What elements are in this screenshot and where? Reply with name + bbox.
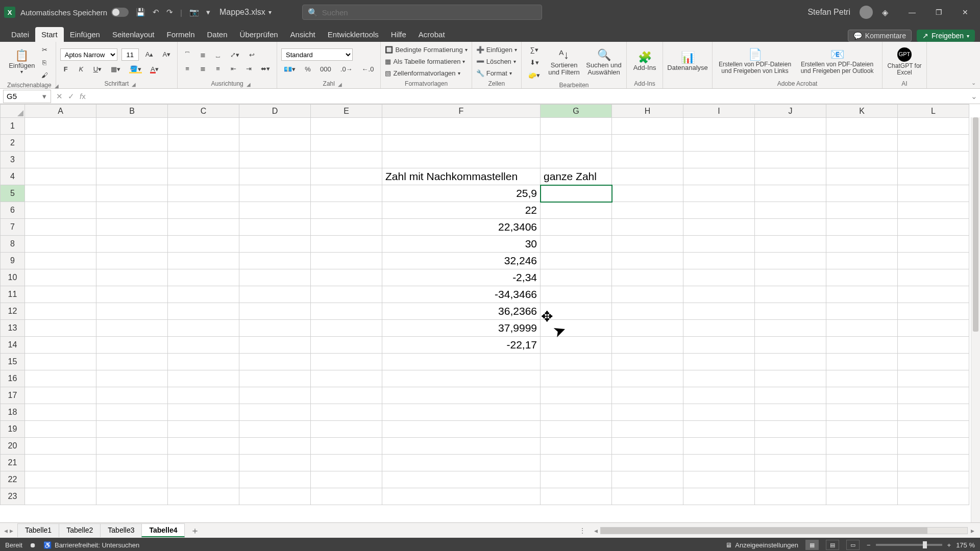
- view-page-break-button[interactable]: ▭: [846, 540, 860, 550]
- zoom-out-button[interactable]: −: [867, 541, 871, 549]
- cell-F3[interactable]: [382, 152, 541, 168]
- hscroll-right-button[interactable]: ▸: [968, 527, 977, 535]
- cell-D8[interactable]: [239, 236, 311, 253]
- cell-G7[interactable]: [541, 219, 612, 236]
- user-avatar[interactable]: [860, 6, 873, 19]
- cell-G19[interactable]: [541, 421, 612, 438]
- cell-I4[interactable]: [683, 168, 755, 185]
- format-cells-button[interactable]: 🔧Format ▾: [476, 68, 517, 79]
- cell-H23[interactable]: [612, 488, 683, 505]
- cell-G2[interactable]: [541, 135, 612, 152]
- select-all-corner[interactable]: [1, 105, 25, 118]
- cell-B22[interactable]: [96, 471, 168, 488]
- camera-icon[interactable]: 📷: [189, 8, 199, 17]
- format-as-table-button[interactable]: ▦Als Tabelle formatieren ▾: [385, 57, 467, 67]
- cell-J20[interactable]: [755, 438, 826, 455]
- row-header-21[interactable]: 21: [1, 455, 25, 471]
- view-normal-button[interactable]: ▦: [805, 540, 819, 550]
- cell-L21[interactable]: [898, 455, 969, 471]
- dialog-launcher-icon[interactable]: ◢: [247, 80, 251, 89]
- scrollbar-thumb[interactable]: [601, 528, 927, 534]
- menu-tab-formeln[interactable]: Formeln: [161, 27, 201, 42]
- cell-C17[interactable]: [168, 387, 239, 404]
- cell-B1[interactable]: [96, 118, 168, 135]
- cell-H3[interactable]: [612, 152, 683, 168]
- cell-L10[interactable]: [898, 269, 969, 286]
- cell-F8[interactable]: 30: [382, 236, 541, 253]
- cell-C9[interactable]: [168, 253, 239, 269]
- pdf-share-outlook-button[interactable]: 📧 Erstellen von PDF-Dateien und Freigebe…: [796, 45, 878, 79]
- cell-I18[interactable]: [683, 404, 755, 421]
- redo-icon[interactable]: ↷: [166, 8, 173, 17]
- cell-B18[interactable]: [96, 404, 168, 421]
- cell-G20[interactable]: [541, 438, 612, 455]
- search-input[interactable]: [322, 8, 536, 17]
- cell-H16[interactable]: [612, 370, 683, 387]
- cell-D6[interactable]: [239, 202, 311, 219]
- cell-E4[interactable]: [311, 168, 382, 185]
- cell-H14[interactable]: [612, 337, 683, 354]
- cell-B4[interactable]: [96, 168, 168, 185]
- cell-L11[interactable]: [898, 286, 969, 303]
- cell-I5[interactable]: [683, 185, 755, 202]
- cell-D7[interactable]: [239, 219, 311, 236]
- merge-button[interactable]: ⬌▾: [258, 63, 273, 74]
- cell-F22[interactable]: [382, 471, 541, 488]
- cell-F11[interactable]: -34,3466: [382, 286, 541, 303]
- cell-E8[interactable]: [311, 236, 382, 253]
- cell-F4[interactable]: Zahl mit Nachkommastellen: [382, 168, 541, 185]
- cell-H10[interactable]: [612, 269, 683, 286]
- cell-G14[interactable]: [541, 337, 612, 354]
- comma-format-button[interactable]: 000: [317, 63, 334, 74]
- row-header-8[interactable]: 8: [1, 236, 25, 253]
- cell-J23[interactable]: [755, 488, 826, 505]
- row-header-11[interactable]: 11: [1, 286, 25, 303]
- expand-formula-bar-button[interactable]: ⌄: [968, 92, 980, 101]
- cell-A17[interactable]: [25, 387, 96, 404]
- font-family-select[interactable]: Aptos Narrow: [60, 48, 117, 61]
- cell-G18[interactable]: [541, 404, 612, 421]
- cell-E22[interactable]: [311, 471, 382, 488]
- wrap-text-button[interactable]: ↩: [246, 49, 257, 60]
- col-header-L[interactable]: L: [898, 105, 969, 118]
- cell-B7[interactable]: [96, 219, 168, 236]
- qat-customize-icon[interactable]: ▾: [206, 8, 210, 17]
- cell-D3[interactable]: [239, 152, 311, 168]
- row-header-6[interactable]: 6: [1, 202, 25, 219]
- row-header-20[interactable]: 20: [1, 438, 25, 455]
- menu-tab-entwicklertools[interactable]: Entwicklertools: [322, 27, 385, 42]
- chevron-down-icon[interactable]: ▾: [39, 92, 50, 101]
- cell-A6[interactable]: [25, 202, 96, 219]
- clear-button[interactable]: 🧽▾: [526, 69, 543, 81]
- cell-I23[interactable]: [683, 488, 755, 505]
- cell-L6[interactable]: [898, 202, 969, 219]
- col-header-D[interactable]: D: [239, 105, 311, 118]
- cell-J3[interactable]: [755, 152, 826, 168]
- cell-E21[interactable]: [311, 455, 382, 471]
- cell-B20[interactable]: [96, 438, 168, 455]
- dialog-launcher-icon[interactable]: ◢: [132, 80, 136, 89]
- horizontal-scrollbar[interactable]: [600, 527, 968, 534]
- cell-L4[interactable]: [898, 168, 969, 185]
- cell-C8[interactable]: [168, 236, 239, 253]
- cell-A19[interactable]: [25, 421, 96, 438]
- col-header-B[interactable]: B: [96, 105, 168, 118]
- cell-G17[interactable]: [541, 387, 612, 404]
- cell-G1[interactable]: [541, 118, 612, 135]
- cell-E23[interactable]: [311, 488, 382, 505]
- cell-C3[interactable]: [168, 152, 239, 168]
- comments-button[interactable]: 💬 Kommentare: [848, 30, 912, 42]
- cell-G3[interactable]: [541, 152, 612, 168]
- cell-I13[interactable]: [683, 320, 755, 337]
- cell-K2[interactable]: [826, 135, 898, 152]
- cell-I21[interactable]: [683, 455, 755, 471]
- cell-I7[interactable]: [683, 219, 755, 236]
- formula-input[interactable]: [91, 90, 968, 103]
- cell-E19[interactable]: [311, 421, 382, 438]
- cell-G9[interactable]: [541, 253, 612, 269]
- cell-J14[interactable]: [755, 337, 826, 354]
- sheet-tab-tabelle4[interactable]: Tabelle4: [141, 523, 185, 537]
- cell-B15[interactable]: [96, 354, 168, 370]
- cell-G12[interactable]: [541, 303, 612, 320]
- cell-A12[interactable]: [25, 303, 96, 320]
